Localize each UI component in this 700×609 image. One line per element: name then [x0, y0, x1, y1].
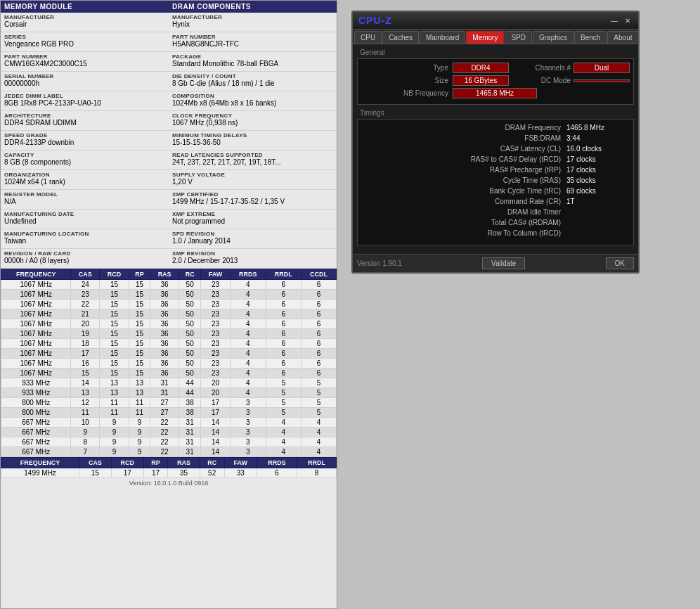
- cpuz-content: General Type DDR4 Channels # Dual Size 1…: [353, 44, 638, 254]
- cpuz-controls: — ✕: [609, 17, 633, 25]
- timing-row: RAS# Precharge (tRP)17 clocks: [361, 165, 630, 174]
- cpuz-title: CPU-Z: [358, 15, 392, 26]
- tab-memory[interactable]: Memory: [466, 31, 504, 44]
- spd-version: Version: 16.0.1.0 Build 0916: [1, 478, 337, 488]
- channels-value: Dual: [573, 63, 630, 73]
- table-row: 1499 MHz15171735523368: [1, 468, 337, 478]
- nbfreq-label: NB Frequency: [361, 89, 453, 97]
- cpuz-window: CPU-Z — ✕ CPUCachesMainboardMemorySPDGra…: [351, 11, 640, 274]
- table-row: 800 MHz121111273817355: [1, 398, 337, 408]
- table-row: 1067 MHz151515365023466: [1, 368, 337, 378]
- timing-row: DRAM Idle Timer: [361, 207, 630, 217]
- spd-right-field: CLOCK FREQUENCY1067 MHz (0,938 ns): [169, 111, 337, 131]
- table-row: 1067 MHz201515365023466: [1, 319, 337, 329]
- table-row: 667 MHz899223114344: [1, 437, 337, 447]
- dram-components-header: DRAM COMPONENTS: [169, 1, 337, 13]
- cpuz-titlebar: CPU-Z — ✕: [353, 12, 638, 30]
- nbfreq-value: 1465.8 MHz: [453, 88, 537, 98]
- dram-components-col: DRAM COMPONENTS MANUFACTURERHynixPART NU…: [169, 1, 337, 269]
- table-row: 1067 MHz181515365023466: [1, 339, 337, 349]
- spd-left-field: PART NUMBERCMW16GX4M2C3000C15: [1, 52, 169, 72]
- table-row: 667 MHz999223114344: [1, 428, 337, 437]
- cpuz-title-cpu: CPU: [358, 15, 382, 26]
- timing-row: Total CAS# (tRDRAM): [361, 218, 630, 227]
- spd-left-field: SPEED GRADEDDR4-2133P downbin: [1, 131, 169, 150]
- spd-right-field: MANUFACTURERHynix: [169, 13, 337, 32]
- spd-right-field: SPD REVISION1.0 / January 2014: [169, 229, 337, 249]
- table-row: 667 MHz799223114344: [1, 447, 337, 457]
- nbfreq-row: NB Frequency 1465.8 MHz: [361, 88, 630, 98]
- timing-row: Command Rate (CR)1T: [361, 197, 630, 206]
- tab-cpu[interactable]: CPU: [354, 31, 382, 44]
- table-row: 1067 MHz211515365023466: [1, 309, 337, 319]
- xmp-table: FREQUENCYCASRCDRPRASRCFAWRRDSRRDL1499 MH…: [1, 457, 337, 478]
- size-label: Size: [361, 77, 453, 84]
- spd-right-field: READ LATENCIES SUPPORTED24T, 23T, 22T, 2…: [169, 150, 337, 170]
- type-row: Type DDR4 Channels # Dual: [361, 63, 630, 73]
- spd-right-field: DIE DENSITY / COUNT8 Gb C-die (Alius / 1…: [169, 72, 337, 91]
- general-group: Type DDR4 Channels # Dual Size 16 GBytes…: [357, 58, 634, 105]
- spd-left-field: CAPACITY8 GB (8 components): [1, 150, 169, 170]
- memory-module-col: MEMORY MODULE MANUFACTURERCorsairSERIESV…: [1, 1, 169, 269]
- spd-left-field: MANUFACTURING DATEUndefined: [1, 210, 169, 229]
- spd-left-field: MANUFACTURING LOCATIONTaiwan: [1, 229, 169, 249]
- type-label: Type: [361, 64, 453, 72]
- size-value: 16 GBytes: [453, 75, 509, 86]
- table-row: 1067 MHz171515365023466: [1, 349, 337, 359]
- spd-left-field: REVISION / RAW CARD0000h / A0 (8 layers): [1, 249, 169, 269]
- timing-row: Bank Cycle Time (tRC)69 clocks: [361, 186, 630, 195]
- spd-right-field: PART NUMBERH5AN8G8NCJR-TFC: [169, 32, 337, 52]
- spd-left-field: MANUFACTURERCorsair: [1, 13, 169, 32]
- timing-row: FSB:DRAM3:44: [361, 134, 630, 143]
- spd-left-field: ORGANIZATION1024M x64 (1 rank): [1, 170, 169, 190]
- type-value: DDR4: [453, 63, 509, 73]
- close-button[interactable]: ✕: [623, 17, 633, 25]
- spd-left-field: SERIAL NUMBER00000000h: [1, 72, 169, 91]
- timing-row: CAS# Latency (CL)16.0 clocks: [361, 144, 630, 153]
- cpuz-tabs: CPUCachesMainboardMemorySPDGraphicsBench…: [353, 30, 638, 44]
- dcmode-label: DC Mode: [516, 77, 571, 84]
- spd-right-field: XMP EXTREMENot programmed: [169, 210, 337, 229]
- version-label: Version 1.90.1: [357, 259, 402, 267]
- table-row: 1067 MHz161515365023466: [1, 359, 337, 368]
- timings-group: DRAM Frequency1465.8 MHzFSB:DRAM3:44CAS#…: [357, 119, 634, 245]
- timing-row: Cycle Time (tRAS)35 clocks: [361, 176, 630, 185]
- minimize-button[interactable]: —: [609, 17, 620, 25]
- cpuz-footer: Version 1.90.1 Validate OK: [353, 254, 638, 272]
- table-row: 800 MHz111111273817355: [1, 408, 337, 418]
- spd-right-field: XMP CERTIFIED1499 MHz / 15-17-17-35-52 /…: [169, 190, 337, 210]
- tab-mainboard[interactable]: Mainboard: [420, 31, 465, 44]
- timing-row: Row To Column (tRCD): [361, 229, 630, 238]
- spd-right-field: XMP REVISION2.0 / December 2013: [169, 249, 337, 269]
- cpuz-title-rest: -Z: [382, 15, 392, 26]
- general-label: General: [360, 49, 634, 56]
- ok-button[interactable]: OK: [606, 257, 634, 269]
- tab-caches[interactable]: Caches: [382, 31, 419, 44]
- frequency-table: FREQUENCYCASRCDRPRASRCFAWRRDSRRDLCCDL106…: [1, 269, 337, 457]
- spd-left-field: REGISTER MODELN/A: [1, 190, 169, 210]
- channels-label: Channels #: [516, 64, 571, 72]
- table-row: 1067 MHz191515365023466: [1, 329, 337, 339]
- spd-right-field: PACKAGEStandard Monolithic 78-ball FBGA: [169, 52, 337, 72]
- tab-bench[interactable]: Bench: [574, 31, 607, 44]
- spd-left-field: JEDEC DIMM LABEL8GB 1Rx8 PC4-2133P-UA0-1…: [1, 91, 169, 111]
- table-row: 933 MHz141313314420455: [1, 378, 337, 388]
- table-row: 1067 MHz231515365023466: [1, 290, 337, 300]
- timings-label: Timings: [360, 109, 634, 117]
- dcmode-value: [573, 79, 630, 82]
- tab-graphics[interactable]: Graphics: [533, 31, 573, 44]
- tab-about[interactable]: About: [607, 31, 638, 44]
- tab-spd[interactable]: SPD: [505, 31, 532, 44]
- spd-left-field: ARCHITECTUREDDR4 SDRAM UDIMM: [1, 111, 169, 131]
- memory-module-header: MEMORY MODULE: [1, 1, 169, 13]
- spd-right-field: COMPOSITION1024Mb x8 (64Mb x8 x 16 banks…: [169, 91, 337, 111]
- table-row: 1067 MHz221515365023466: [1, 300, 337, 309]
- table-row: 667 MHz1099223114344: [1, 418, 337, 428]
- validate-button[interactable]: Validate: [482, 257, 525, 269]
- spd-right-field: SUPPLY VOLTAGE1,20 V: [169, 170, 337, 190]
- timing-row: DRAM Frequency1465.8 MHz: [361, 123, 630, 132]
- spd-right-field: MINIMUM TIMING DELAYS15-15-15-36-50: [169, 131, 337, 150]
- table-row: 1067 MHz241515365023466: [1, 280, 337, 290]
- size-row: Size 16 GBytes DC Mode: [361, 75, 630, 86]
- spd-left-field: SERIESVengeance RGB PRO: [1, 32, 169, 52]
